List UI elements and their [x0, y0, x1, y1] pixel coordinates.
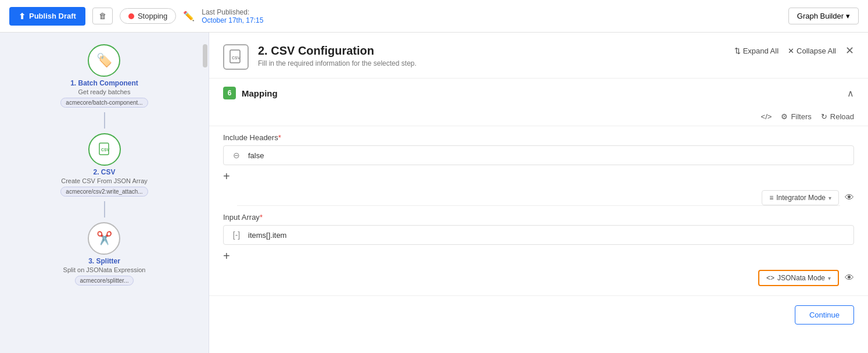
add-include-headers-button[interactable]: + [223, 167, 230, 186]
trash-icon: 🗑 [99, 12, 106, 20]
node-connector-2 [104, 201, 105, 217]
filters-button[interactable]: ⚙ Filters [781, 112, 811, 121]
continue-row: Continue [209, 296, 868, 334]
upload-icon: ⬆ [19, 12, 26, 21]
divider [237, 205, 840, 206]
collapse-all-button[interactable]: ✕ Collapse All [788, 47, 836, 55]
chevron-down-icon: ▾ [828, 275, 831, 281]
mapping-section-header[interactable]: 6 Mapping ∧ [209, 79, 868, 108]
edit-button[interactable]: ✏️ [183, 10, 195, 22]
reload-icon: ↻ [821, 112, 827, 121]
add-input-array-button[interactable]: + [223, 247, 230, 265]
config-actions: ⇅ Expand All ✕ Collapse All ✕ [734, 44, 854, 57]
eye-icon: 👁 [845, 273, 854, 283]
sidebar-item-batch[interactable]: 🏷️ 1. Batch Component Get ready batches … [60, 40, 148, 112]
svg-text:CSV: CSV [101, 148, 110, 152]
filter-icon: ⚙ [781, 112, 788, 121]
graph-builder-button[interactable]: Graph Builder ▾ [788, 8, 859, 24]
stopping-button[interactable]: Stopping [120, 8, 176, 24]
section-toolbar: </> ⚙ Filters ↻ Reload [209, 108, 868, 126]
content-panel: CSV 2. CSV Configuration Fill in the req… [209, 33, 868, 353]
sidebar-item-splitter[interactable]: ✂️ 3. Splitter Split on JSONata Expressi… [63, 217, 146, 290]
input-array-mode-row: <> JSONata Mode ▾ 👁 [223, 270, 854, 286]
section-badge: 6 [223, 87, 236, 99]
mapping-section: 6 Mapping ∧ </> ⚙ Filters ↻ Reload [209, 79, 868, 296]
input-array-label: Input Array* [223, 213, 854, 222]
chevron-down-icon: ▾ [846, 12, 850, 20]
expand-icon: ⇅ [734, 47, 741, 55]
csv-config-icon: CSV [223, 44, 249, 70]
input-array-field-row: [-] items[].item [223, 225, 854, 245]
integrator-mode-button[interactable]: ≡ Integrator Mode ▾ [762, 190, 839, 205]
reload-button[interactable]: ↻ Reload [821, 112, 854, 121]
section-title: Mapping [242, 88, 841, 98]
publish-draft-button[interactable]: ⬆ Publish Draft [9, 7, 85, 26]
last-published-info: Last Published: October 17th, 17:15 [202, 8, 263, 24]
topbar-right: Graph Builder ▾ [788, 8, 859, 24]
eye-icon: 👁 [845, 192, 854, 202]
include-headers-field-row: ⊖ false [223, 145, 854, 165]
close-button[interactable]: ✕ [845, 44, 854, 57]
node-connector-1 [104, 112, 105, 129]
batch-node-icon[interactable]: 🏷️ [88, 44, 120, 77]
include-headers-label: Include Headers* [223, 133, 854, 142]
scrollbar[interactable] [203, 44, 207, 67]
config-subtitle: Fill in the required information for the… [258, 59, 725, 67]
preview-button-headers[interactable]: 👁 [845, 192, 854, 203]
section-body: Include Headers* ⊖ false + ≡ Integrator … [209, 133, 868, 295]
config-title: 2. CSV Configuration [258, 44, 725, 58]
stopping-indicator [128, 13, 134, 19]
sidebar-item-csv[interactable]: CSV 2. CSV Create CSV From JSON Array ac… [60, 129, 148, 201]
config-header: CSV 2. CSV Configuration Fill in the req… [209, 33, 868, 79]
include-headers-required: * [278, 133, 281, 142]
main-layout: 🏷️ 1. Batch Component Get ready batches … [0, 33, 868, 353]
splitter-node-icon[interactable]: ✂️ [88, 222, 120, 255]
collapse-icon: ✕ [788, 47, 794, 55]
chevron-down-icon: ▾ [828, 195, 831, 201]
code-icon: </> [761, 112, 772, 121]
sidebar: 🏷️ 1. Batch Component Get ready batches … [0, 33, 209, 353]
svg-text:CSV: CSV [232, 56, 241, 60]
toggle-icon: ⊖ [231, 151, 242, 160]
section-collapse-icon: ∧ [847, 88, 854, 99]
code-view-button[interactable]: </> [761, 112, 772, 121]
array-icon: [-] [231, 230, 242, 240]
expand-all-button[interactable]: ⇅ Expand All [734, 47, 779, 55]
menu-icon: ≡ [769, 194, 773, 202]
input-array-required: * [260, 213, 263, 222]
code-brackets-icon: <> [766, 274, 774, 282]
config-title-block: 2. CSV Configuration Fill in the require… [258, 44, 725, 67]
delete-button[interactable]: 🗑 [92, 8, 113, 24]
csv-node-icon[interactable]: CSV [88, 133, 121, 166]
include-headers-mode-row: ≡ Integrator Mode ▾ 👁 [223, 190, 854, 205]
jsonata-mode-button[interactable]: <> JSONata Mode ▾ [758, 270, 839, 286]
continue-button[interactable]: Continue [795, 305, 854, 325]
include-headers-value: false [248, 151, 264, 160]
input-array-value: items[].item [248, 231, 286, 240]
preview-button-array[interactable]: 👁 [845, 273, 854, 283]
topbar: ⬆ Publish Draft 🗑 Stopping ✏️ Last Publi… [0, 0, 868, 33]
